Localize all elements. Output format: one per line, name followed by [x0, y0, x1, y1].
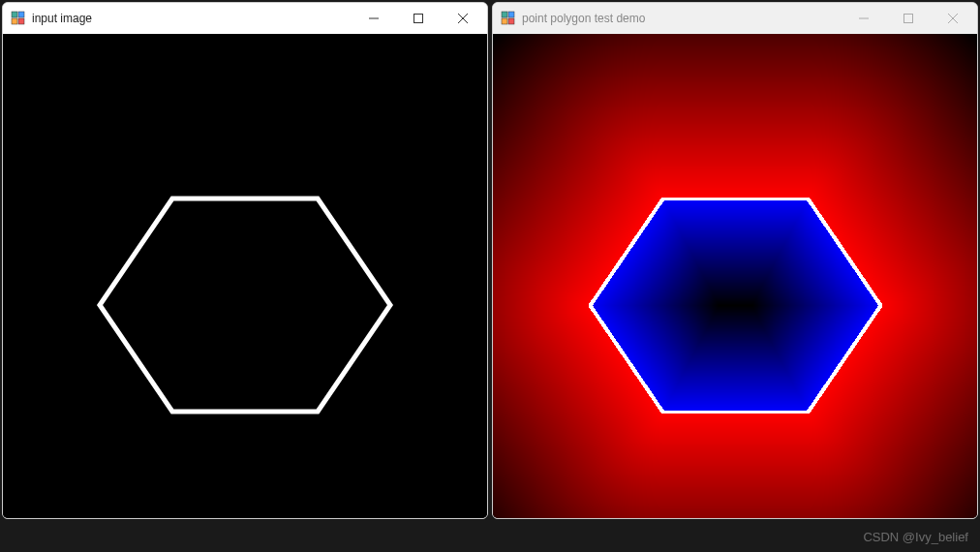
polygon-test-canvas [493, 34, 977, 518]
minimize-button[interactable] [352, 3, 396, 34]
maximize-button[interactable] [396, 3, 441, 34]
input-image-canvas [3, 34, 487, 518]
close-button[interactable] [931, 3, 975, 34]
watermark: CSDN @Ivy_belief [863, 530, 968, 544]
minimize-button[interactable] [842, 3, 886, 34]
svg-rect-10 [502, 12, 507, 17]
svg-rect-5 [414, 15, 423, 23]
window-polygon-test[interactable]: point polygon test demo [492, 2, 978, 519]
svg-rect-13 [508, 18, 514, 24]
window-input-image[interactable]: input image [2, 2, 488, 519]
titlebar-controls [352, 3, 485, 34]
svg-rect-11 [508, 12, 514, 17]
titlebar[interactable]: input image [3, 3, 487, 34]
window-title: point polygon test demo [522, 12, 842, 25]
svg-rect-2 [12, 18, 17, 24]
titlebar-controls [842, 3, 975, 34]
svg-rect-1 [18, 12, 24, 17]
svg-rect-8 [3, 34, 487, 518]
close-button[interactable] [441, 3, 485, 34]
app-icon [501, 11, 516, 26]
app-icon [11, 11, 26, 26]
svg-rect-15 [904, 15, 913, 23]
titlebar[interactable]: point polygon test demo [493, 3, 977, 34]
maximize-button[interactable] [886, 3, 931, 34]
svg-rect-0 [12, 12, 17, 17]
window-title: input image [32, 12, 352, 25]
svg-rect-12 [502, 18, 507, 24]
svg-rect-3 [18, 18, 24, 24]
